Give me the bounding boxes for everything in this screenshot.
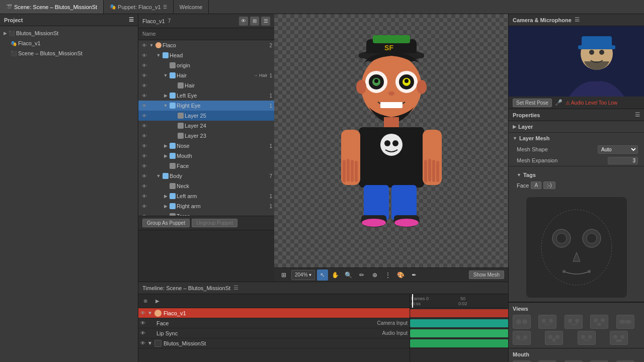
project-item-scene[interactable]: ⬛ Scene – Blutos_MissionSt (0, 48, 138, 58)
expand-arrow[interactable]: ▶ (163, 153, 169, 158)
tl-arrow-icon[interactable]: ▼ (147, 310, 152, 316)
tl-icon-btn-2[interactable]: ▶ (152, 296, 163, 306)
layer-row-flaco[interactable]: 👁 ▼ Flaco 2 (138, 40, 274, 50)
layer-eye-btn[interactable]: 👁 (239, 17, 248, 26)
eye-icon[interactable]: 👁 (140, 123, 148, 129)
tl-eye-icon-4[interactable]: 👁 (140, 340, 145, 346)
eye-icon[interactable]: 👁 (140, 204, 148, 209)
properties-menu-icon[interactable]: ☰ (635, 112, 640, 118)
layer-row-layer25[interactable]: 👁 Layer 25 (138, 111, 274, 121)
tag-smile-btn[interactable]: :-) (543, 182, 555, 189)
ungroup-puppet-btn[interactable]: Ungroup Puppet (192, 219, 237, 227)
mesh-expansion-value[interactable]: 3 (608, 157, 638, 164)
paint-btn[interactable]: 🎨 (395, 269, 407, 281)
layer-row-left-eye[interactable]: 👁 ▶ Left Eye 1 (138, 90, 274, 101)
layer-row-body[interactable]: 👁 ▼ Body 7 (138, 171, 274, 181)
view-btn-slight-smile[interactable] (538, 315, 556, 329)
tl-clip-blutos[interactable] (410, 339, 508, 347)
project-menu-icon[interactable]: ☰ (129, 17, 134, 23)
expand-arrow[interactable]: ▼ (163, 73, 169, 78)
tags-group-header[interactable]: ▼ Tags (513, 169, 640, 180)
tl-clip-flaco[interactable] (410, 309, 508, 317)
tl-eye-icon-2[interactable]: 👁 (140, 320, 145, 326)
eye-icon[interactable]: 👁 (140, 143, 148, 149)
tl-row-flaco[interactable]: 👁 ▼ Flaco_v1 (138, 308, 410, 318)
view-btn-side-eye[interactable] (616, 315, 634, 329)
zoom-display[interactable]: 204% ▾ (291, 270, 315, 280)
view-btn-oh[interactable] (545, 331, 563, 345)
expand-arrow[interactable]: ▼ (155, 53, 162, 58)
eye-icon[interactable]: 👁 (140, 153, 148, 159)
tag-a-btn[interactable]: A (531, 182, 541, 189)
tab-puppet-menu[interactable]: ☰ (163, 5, 167, 10)
transform-btn[interactable]: ⊕ (369, 269, 380, 281)
playhead[interactable] (412, 294, 413, 308)
tl-row-face[interactable]: 👁 Face Camera Input (138, 318, 410, 328)
zoom-chevron[interactable]: ▾ (309, 272, 311, 278)
expand-arrow[interactable]: ▼ (155, 173, 162, 178)
view-btn-angry[interactable] (513, 331, 531, 345)
layer-grid-btn[interactable]: ⊞ (250, 17, 259, 26)
camera-menu-icon[interactable]: ☰ (575, 17, 580, 23)
eye-icon[interactable]: 👁 (140, 163, 148, 169)
expand-arrow[interactable]: ▶ (163, 194, 169, 199)
layer-row-head[interactable]: 👁 ▼ Head (138, 50, 274, 60)
tab-scene[interactable]: 🎬 Scene: Scene – Blutos_MissionSt (0, 0, 104, 14)
show-mesh-btn[interactable]: Show Mesh (469, 270, 504, 279)
hand-tool-btn[interactable]: ✋ (330, 269, 341, 281)
rest-pose-btn[interactable]: Set Rest Pose (513, 99, 552, 107)
group-as-puppet-btn[interactable]: Group As Puppet (142, 219, 190, 227)
tl-eye-icon-3[interactable]: 👁 (140, 330, 145, 336)
zoom-tool-btn[interactable]: 🔍 (343, 269, 354, 281)
layer-row-layer24[interactable]: 👁 Layer 24 (138, 121, 274, 131)
layer-row-torso[interactable]: 👁 Torso (138, 211, 274, 216)
layer-group-header[interactable]: ▶ Layer (509, 121, 644, 132)
layer-row-mouth[interactable]: 👁 ▶ Mouth (138, 151, 274, 161)
expand-arrow[interactable]: ▶ (163, 143, 169, 148)
tl-clip-face[interactable] (410, 319, 508, 327)
view-btn-neutral[interactable] (513, 315, 531, 329)
tab-puppet[interactable]: 🎭 Puppet: Flaco_v1 ☰ (104, 0, 174, 14)
layer-row-hair-layer[interactable]: 👁 Hair (138, 80, 274, 90)
eye-icon[interactable]: 👁 (140, 194, 148, 199)
eye-icon[interactable]: 👁 (140, 63, 148, 68)
tl-row-blutos[interactable]: 👁 ▼ Blutos_MissionSt (138, 338, 410, 348)
eye-icon[interactable]: 👁 (140, 133, 148, 139)
layer-mesh-group-header[interactable]: ▼ Layer Mesh (509, 133, 644, 144)
project-item-blutos[interactable]: ▶ ⬛ Blutos_MissionSt (0, 28, 138, 38)
layer-row-origin[interactable]: 👁 origin (138, 60, 274, 70)
layer-row-nose[interactable]: 👁 ▶ Nose 1 (138, 141, 274, 151)
tl-eye-icon[interactable]: 👁 (140, 310, 145, 316)
view-btn-smile[interactable] (565, 315, 583, 329)
expand-arrow[interactable]: ▶ (163, 204, 169, 209)
project-item-flaco[interactable]: 🎭 Flaco_v1 (0, 38, 138, 48)
layer-menu-btn[interactable]: ☰ (261, 17, 270, 26)
expand-arrow[interactable]: ▼ (163, 103, 169, 108)
pen-tool-btn[interactable]: ✏ (356, 269, 367, 281)
layer-row-right-arm[interactable]: 👁 ▶ Right arm 1 (138, 201, 274, 211)
mesh-tool-btn[interactable]: ⋮ (382, 269, 393, 281)
select-tool-btn[interactable]: ↖ (317, 269, 328, 281)
eye-icon[interactable]: 👁 (140, 73, 148, 78)
tl-arrow-icon-2[interactable]: ▼ (147, 340, 152, 346)
brush-btn[interactable]: ✒ (409, 269, 420, 281)
eye-icon[interactable]: 👁 (140, 93, 148, 99)
tl-row-lipsync[interactable]: 👁 Lip Sync Audio Input (138, 328, 410, 338)
eye-icon[interactable]: 👁 (140, 113, 148, 119)
view-btn-surprise[interactable] (590, 315, 608, 329)
layer-row-left-arm[interactable]: 👁 ▶ Left arm 1 (138, 191, 274, 201)
tl-clip-lipsync[interactable] (410, 329, 508, 337)
tab-welcome[interactable]: Welcome (174, 0, 209, 14)
layer-row-face[interactable]: 👁 Face (138, 161, 274, 171)
layer-row-neck[interactable]: 👁 Neck (138, 181, 274, 191)
grid-btn[interactable]: ⊞ (278, 269, 289, 281)
eye-icon[interactable]: 👁 (140, 184, 148, 189)
eye-icon[interactable]: 👁 (140, 173, 148, 179)
view-btn-sad[interactable] (578, 331, 596, 345)
tl-icon-btn-1[interactable]: ⊕ (140, 296, 150, 306)
layer-row-right-eye[interactable]: 👁 ▼ Right Eye 1 (138, 101, 274, 111)
mesh-shape-select[interactable]: Auto Manual (598, 145, 638, 154)
expand-arrow[interactable]: ▶ (163, 93, 169, 98)
layer-row-hair[interactable]: 👁 ▼ Hair → Hair 1 (138, 70, 274, 80)
view-btn-grin[interactable] (610, 331, 628, 345)
